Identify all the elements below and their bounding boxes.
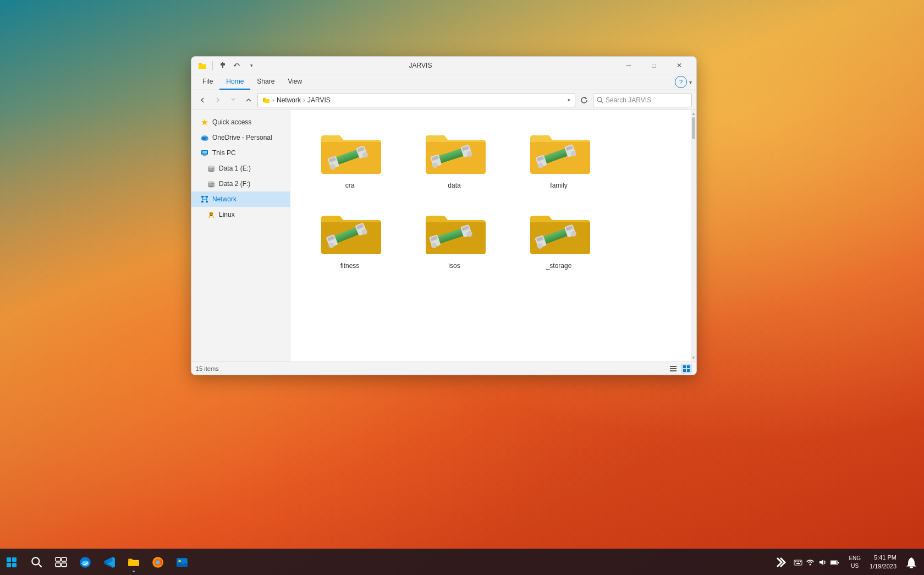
svg-point-110	[156, 560, 160, 564]
data1-drive-icon	[207, 164, 216, 173]
language-indicator[interactable]: ENG US	[846, 552, 863, 572]
path-network: Network	[277, 96, 301, 104]
date-display: 1/19/2023	[870, 562, 897, 571]
tab-file[interactable]: File	[196, 74, 219, 90]
svg-rect-121	[831, 561, 837, 564]
tab-share[interactable]: Share	[250, 74, 281, 90]
taskbar-firefox-button[interactable]	[146, 551, 169, 574]
taskbar-photos-button[interactable]	[170, 551, 194, 574]
window-controls: ─ □ ✕	[616, 57, 692, 74]
quick-access-label: Quick access	[212, 118, 251, 126]
titlebar: ▾ JARVIS ─ □ ✕	[191, 57, 696, 74]
svg-point-20	[208, 166, 215, 168]
recent-button[interactable]	[227, 94, 240, 107]
svg-rect-122	[910, 566, 913, 568]
this-pc-label: This PC	[212, 149, 236, 157]
svg-marker-10	[201, 119, 208, 125]
folder-storage[interactable]: _storage	[515, 201, 603, 273]
back-button[interactable]	[196, 94, 209, 107]
scrollbar-thumb	[692, 117, 695, 139]
taskbar-vscode-button[interactable]	[98, 551, 121, 574]
addressbar: › Network › JARVIS ▾ Search JARVIS	[191, 90, 696, 110]
data2-drive-icon	[207, 179, 216, 188]
window-title: JARVIS	[225, 62, 616, 69]
speaker-icon	[818, 558, 827, 567]
help-button[interactable]: ?	[675, 76, 687, 88]
tab-view[interactable]: View	[281, 74, 309, 90]
notification-button[interactable]	[903, 551, 920, 574]
svg-rect-107	[128, 561, 139, 566]
list-view-button[interactable]	[668, 364, 679, 374]
svg-point-24	[208, 181, 215, 183]
svg-rect-5	[222, 66, 223, 68]
time-display: 5:41 PM	[870, 554, 897, 562]
svg-rect-16	[203, 155, 206, 156]
sidebar-item-this-pc[interactable]: This PC	[191, 145, 290, 161]
maximize-button[interactable]: □	[641, 57, 667, 74]
folder-cra[interactable]: cra	[306, 121, 394, 193]
scrollbar-track[interactable]: ▲ ▼	[691, 110, 696, 362]
sidebar-item-linux[interactable]: Linux	[191, 207, 290, 222]
forward-button[interactable]	[211, 94, 224, 107]
start-button[interactable]	[0, 551, 23, 574]
address-path[interactable]: › Network › JARVIS	[257, 93, 564, 107]
folder-data[interactable]: data	[410, 121, 498, 193]
titlebar-separator	[212, 61, 213, 70]
folder-isos[interactable]: isos	[410, 201, 498, 273]
svg-rect-102	[56, 563, 61, 567]
svg-line-9	[601, 101, 603, 103]
keyboard-icon	[794, 558, 802, 567]
svg-rect-29	[206, 201, 208, 202]
svg-rect-100	[56, 557, 61, 561]
svg-rect-87	[670, 366, 676, 367]
svg-rect-27	[206, 196, 208, 198]
taskbar-explorer-button[interactable]	[122, 551, 145, 574]
svg-point-98	[32, 557, 39, 565]
sidebar-item-quick-access[interactable]: Quick access	[191, 114, 290, 130]
svg-point-8	[597, 97, 602, 102]
folder-family-label: family	[550, 182, 567, 189]
taskbar-search-button[interactable]	[25, 551, 48, 574]
svg-rect-90	[683, 365, 686, 368]
sidebar-item-data2[interactable]: Data 2 (F:)	[191, 176, 290, 191]
up-button[interactable]	[242, 94, 255, 107]
svg-rect-97	[12, 563, 16, 567]
path-separator-1: ›	[272, 96, 274, 104]
sidebar-item-data1[interactable]: Data 1 (E:)	[191, 161, 290, 176]
minimize-button[interactable]: ─	[616, 57, 641, 74]
ribbon-chevron-icon[interactable]: ▾	[689, 79, 692, 85]
tab-home[interactable]: Home	[219, 74, 250, 90]
svg-rect-96	[7, 563, 11, 567]
svg-rect-117	[796, 563, 800, 564]
search-placeholder: Search JARVIS	[606, 96, 651, 104]
close-button[interactable]: ✕	[667, 57, 692, 74]
svg-point-25	[212, 183, 213, 184]
refresh-button[interactable]	[578, 94, 591, 107]
address-dropdown-button[interactable]: ▾	[563, 93, 575, 107]
svg-rect-116	[800, 561, 801, 562]
quick-access-icon	[200, 118, 209, 127]
svg-rect-15	[202, 151, 207, 154]
large-icons-view-button[interactable]	[681, 364, 692, 374]
taskbar-taskview-button[interactable]	[50, 551, 73, 574]
svg-rect-2	[199, 64, 206, 69]
file-area: ▲ ▼	[290, 110, 696, 362]
show-hidden-icons-button[interactable]	[774, 551, 787, 574]
sidebar-item-network[interactable]: Network	[191, 191, 290, 207]
system-tray[interactable]	[789, 556, 844, 569]
folder-fitness[interactable]: fitness	[306, 201, 394, 273]
folder-cra-label: cra	[345, 182, 355, 189]
folder-family[interactable]: family	[515, 121, 603, 193]
svg-rect-91	[687, 365, 690, 368]
svg-rect-94	[7, 557, 11, 562]
battery-icon	[830, 558, 840, 567]
taskbar-items	[23, 551, 774, 574]
taskbar-edge-button[interactable]	[74, 551, 97, 574]
onedrive-icon	[200, 133, 209, 142]
clock[interactable]: 5:41 PM 1/19/2023	[865, 551, 901, 573]
svg-rect-101	[62, 557, 67, 561]
sidebar-item-onedrive[interactable]: OneDrive - Personal	[191, 130, 290, 145]
search-box[interactable]: Search JARVIS	[593, 93, 692, 107]
svg-rect-17	[202, 156, 207, 156]
statusbar-right	[668, 364, 692, 374]
